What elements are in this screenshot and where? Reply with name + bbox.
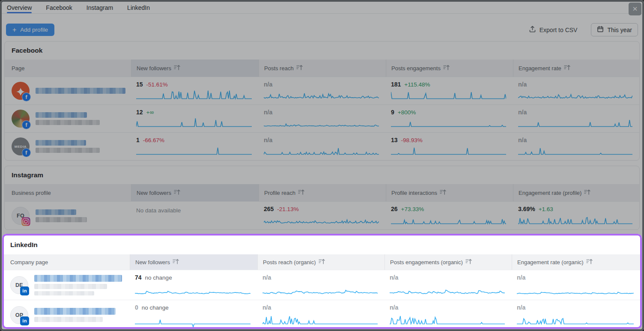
- period-selector-button[interactable]: This year: [591, 23, 638, 36]
- profile-avatar[interactable]: OPin: [10, 306, 28, 324]
- metric-value: n/a: [517, 304, 525, 311]
- section-title-linkedin: LinkedIn: [3, 236, 641, 254]
- close-button[interactable]: ✕: [629, 3, 641, 15]
- section-linkedin: LinkedInCompany pageNew followersPosts r…: [3, 236, 641, 329]
- metric-value-line: 0no change: [135, 304, 250, 311]
- sort-icon: [586, 259, 593, 265]
- metric-change: no change: [142, 304, 169, 311]
- metric-cell: n/a: [512, 300, 641, 329]
- sparkline-chart: [518, 214, 632, 227]
- sparkline-chart: [518, 145, 632, 158]
- blurred-name-line: [34, 284, 107, 289]
- section-title-facebook: Facebook: [5, 42, 639, 60]
- profile-name-blurred[interactable]: [36, 140, 100, 153]
- metric-cell: n/a: [259, 133, 386, 160]
- metric-value: 9: [391, 109, 394, 116]
- sparkline-chart: [135, 314, 250, 327]
- metric-value-line: n/a: [517, 304, 634, 311]
- metric-value-line: n/a: [262, 274, 378, 281]
- metric-change: +800%: [398, 109, 416, 116]
- metric-value: 3.69%: [518, 206, 535, 213]
- profile-avatar[interactable]: FO: [12, 207, 30, 225]
- metric-value: n/a: [264, 109, 272, 116]
- metric-value: 13: [391, 137, 398, 144]
- column-header-engagement-rate[interactable]: Engagement rate: [513, 60, 639, 77]
- metric-cell: 9+800%: [386, 105, 513, 132]
- metric-cell: n/a: [257, 270, 385, 300]
- metric-value: n/a: [390, 274, 398, 281]
- toolbar-right: Export to CSV This year: [527, 23, 638, 36]
- metric-value-line: n/a: [262, 304, 378, 311]
- profile-avatar[interactable]: DEin: [10, 276, 28, 294]
- column-header-posts-reach[interactable]: Posts reach: [259, 60, 386, 77]
- section-facebook: FacebookPageNew followersPosts reachPost…: [4, 41, 640, 161]
- column-header-business-profile: Business profile: [5, 184, 131, 201]
- sparkline-chart: [518, 89, 632, 102]
- tab-linkedin[interactable]: LinkedIn: [127, 2, 150, 13]
- profile-name-blurred[interactable]: [36, 88, 125, 94]
- column-header-new-followers[interactable]: New followers: [131, 184, 259, 201]
- add-profile-button[interactable]: + Add profile: [6, 24, 54, 36]
- metric-value-line: 181+115.48%: [391, 81, 506, 88]
- profile-cell: FO: [5, 202, 131, 230]
- section-instagram: InstagramBusiness profileNew followersPr…: [4, 166, 640, 230]
- blurred-name-line: [34, 317, 103, 322]
- table-header-row: Business profileNew followersProfile rea…: [5, 184, 639, 201]
- metric-cell: 26+73.33%: [386, 202, 513, 230]
- column-header-profile-reach[interactable]: Profile reach: [259, 184, 386, 201]
- profile-cell: MEDIAf: [5, 133, 131, 160]
- metric-cell: 15-51.61%: [131, 77, 259, 104]
- sparkline-chart: [390, 314, 505, 327]
- metric-cell: n/a: [385, 300, 512, 329]
- instagram-badge-icon: [21, 217, 30, 226]
- metric-value-line: n/a: [518, 81, 632, 88]
- column-header-posts-engagements[interactable]: Posts engagements: [386, 60, 513, 77]
- column-header-posts-engagements-organic[interactable]: Posts engagements (organic): [385, 254, 512, 270]
- column-header-posts-reach-organic[interactable]: Posts reach (organic): [257, 254, 385, 270]
- metric-value-line: n/a: [518, 137, 632, 144]
- export-csv-button[interactable]: Export to CSV: [527, 25, 580, 34]
- profile-cell: OPin: [3, 300, 130, 329]
- plus-icon: +: [12, 27, 16, 33]
- blurred-name-line: [36, 217, 87, 222]
- table-header-row: PageNew followersPosts reachPosts engage…: [5, 60, 639, 77]
- metric-cell: 265-21.13%: [259, 202, 386, 230]
- sort-icon: [584, 189, 590, 196]
- sparkline-chart: [391, 117, 506, 130]
- column-header-new-followers[interactable]: New followers: [131, 60, 259, 77]
- sparkline-chart: [264, 214, 379, 227]
- column-header-profile-interactions[interactable]: Profile interactions: [386, 184, 513, 201]
- profile-avatar[interactable]: f: [12, 110, 30, 128]
- column-header-label: Posts reach: [264, 65, 294, 72]
- metric-cell: 74no change: [130, 270, 257, 300]
- sparkline-chart: [390, 284, 505, 297]
- profile-avatar[interactable]: f: [12, 82, 30, 100]
- column-header-company-page: Company page: [3, 254, 130, 270]
- toolbar: + Add profile Export to CSV This year: [6, 23, 638, 36]
- profile-name-blurred[interactable]: [34, 308, 116, 322]
- tab-overview[interactable]: Overview: [7, 2, 32, 13]
- sparkline-chart: [264, 145, 379, 158]
- tab-instagram[interactable]: Instagram: [86, 2, 113, 13]
- column-header-engagement-rate-organic[interactable]: Engagement rate (organic): [512, 254, 641, 270]
- profile-avatar[interactable]: MEDIAf: [12, 137, 30, 155]
- blurred-name-line: [34, 291, 94, 295]
- period-label: This year: [607, 27, 632, 33]
- metric-value-line: 265-21.13%: [264, 206, 379, 213]
- profile-name-blurred[interactable]: [34, 275, 122, 295]
- tab-facebook[interactable]: Facebook: [46, 2, 72, 13]
- facebook-badge-icon: f: [22, 92, 31, 101]
- column-header-new-followers[interactable]: New followers: [130, 254, 257, 270]
- metric-value-line: n/a: [518, 109, 632, 116]
- table-row: f15-51.61%n/a181+115.48%n/a: [5, 77, 639, 104]
- metric-change: +1.63: [539, 206, 553, 213]
- calendar-icon: [597, 26, 604, 34]
- metric-value: 74: [135, 274, 142, 281]
- profile-cell: DEin: [3, 270, 130, 300]
- metric-value: n/a: [517, 274, 525, 281]
- column-header-engagement-rate-profile[interactable]: Engagement rate (profile): [513, 184, 639, 201]
- profile-name-blurred[interactable]: [36, 112, 100, 125]
- sparkline-chart: [518, 117, 632, 130]
- sort-icon: [564, 65, 570, 72]
- profile-name-blurred[interactable]: [36, 209, 87, 222]
